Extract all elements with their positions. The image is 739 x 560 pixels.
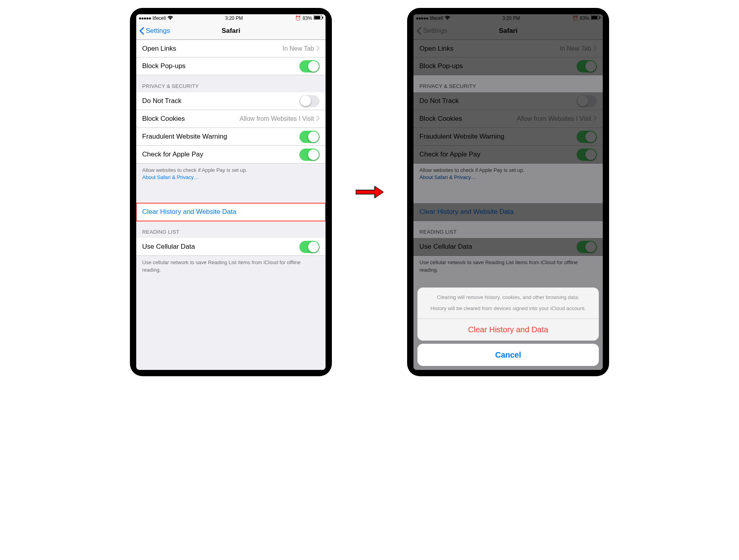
signal-dots-icon: ●●●●●	[416, 15, 428, 21]
reading-list-header: READING LIST	[413, 221, 603, 238]
do-not-track-label: Do Not Track	[142, 97, 299, 105]
settings-content[interactable]: Open Links In New Tab Block Pop-ups PRIV…	[136, 40, 326, 370]
back-button[interactable]: Settings	[136, 27, 170, 35]
cellular-row: Use Cellular Data	[413, 238, 603, 256]
sheet-main-group: Clearing will remove history, cookies, a…	[417, 288, 599, 341]
reading-list-header: READING LIST	[136, 221, 326, 238]
block-cookies-value: Allow from Websites I Visit	[188, 115, 314, 122]
clear-history-data-button[interactable]: Clear History and Data	[417, 318, 599, 341]
block-cookies-value: Allow from Websites I Visit	[465, 115, 591, 122]
cellular-toggle[interactable]	[299, 241, 320, 253]
cellular-toggle	[577, 241, 597, 253]
block-cookies-label: Block Cookies	[419, 115, 462, 123]
do-not-track-label: Do Not Track	[419, 97, 577, 105]
apple-pay-toggle[interactable]	[299, 149, 320, 161]
nav-bar: Settings Safari	[136, 22, 326, 40]
block-cookies-row: Block Cookies Allow from Websites I Visi…	[413, 110, 603, 128]
open-links-value: In New Tab	[282, 45, 314, 52]
clear-history-row[interactable]: Clear History and Website Data	[136, 203, 326, 221]
carrier-label: lifecell	[430, 15, 443, 21]
battery-label: 83%	[303, 15, 312, 21]
chevron-right-icon	[316, 45, 320, 53]
back-label: Settings	[146, 27, 170, 35]
back-label: Settings	[423, 27, 447, 35]
sheet-cancel-group: Cancel	[417, 344, 599, 366]
fraudulent-toggle[interactable]	[299, 131, 320, 143]
do-not-track-toggle[interactable]	[299, 95, 320, 107]
clear-history-label: Clear History and Website Data	[419, 208, 597, 216]
screen-left: ●●●●● lifecell 3:20 PM ⏰ 83% Settings Sa…	[136, 14, 326, 370]
fraudulent-toggle	[577, 131, 597, 143]
time-label: 3:20 PM	[225, 15, 243, 21]
privacy-header: PRIVACY & SECURITY	[413, 75, 603, 92]
status-bar: ●●●●● lifecell 3:20 PM ⏰ 83%	[413, 14, 603, 22]
chevron-right-icon	[316, 115, 320, 123]
clear-history-label: Clear History and Website Data	[142, 208, 320, 216]
wifi-icon	[168, 15, 173, 21]
block-popups-label: Block Pop-ups	[419, 62, 577, 70]
svg-rect-1	[314, 16, 320, 19]
open-links-label: Open Links	[419, 45, 560, 53]
privacy-header: PRIVACY & SECURITY	[136, 75, 326, 92]
cellular-footer: Use cellular network to save Reading Lis…	[413, 256, 603, 281]
carrier-label: lifecell	[152, 15, 166, 21]
cancel-button[interactable]: Cancel	[417, 344, 599, 366]
block-popups-toggle	[577, 60, 597, 72]
cellular-footer: Use cellular network to save Reading Lis…	[136, 256, 326, 281]
apple-pay-footer: Allow websites to check if Apple Pay is …	[413, 164, 603, 189]
battery-icon	[591, 15, 600, 21]
chevron-right-icon	[594, 115, 597, 123]
block-popups-label: Block Pop-ups	[142, 62, 299, 70]
clear-history-row: Clear History and Website Data	[413, 203, 603, 221]
cellular-label: Use Cellular Data	[419, 243, 577, 251]
chevron-left-icon	[417, 27, 421, 35]
open-links-value: In New Tab	[560, 45, 591, 52]
do-not-track-row[interactable]: Do Not Track	[136, 92, 326, 110]
phone-left: ●●●●● lifecell 3:20 PM ⏰ 83% Settings Sa…	[130, 8, 332, 376]
sheet-message-line1: Clearing will remove history, cookies, a…	[425, 294, 591, 301]
screen-right: ●●●●● lifecell 3:20 PM ⏰ 83% Settings Sa…	[413, 14, 603, 370]
block-cookies-label: Block Cookies	[142, 115, 185, 123]
sheet-message: Clearing will remove history, cookies, a…	[417, 288, 599, 318]
block-popups-row: Block Pop-ups	[413, 57, 603, 75]
alarm-icon: ⏰	[295, 15, 301, 21]
about-privacy-link[interactable]: About Safari & Privacy…	[142, 174, 199, 180]
chevron-right-icon	[594, 45, 597, 53]
chevron-left-icon	[139, 27, 144, 35]
block-popups-row[interactable]: Block Pop-ups	[136, 57, 326, 75]
time-label: 3:20 PM	[502, 15, 520, 21]
arrow-icon	[356, 184, 383, 200]
apple-pay-row: Check for Apple Pay	[413, 146, 603, 164]
svg-rect-2	[322, 17, 323, 19]
do-not-track-toggle	[577, 95, 597, 107]
fraudulent-label: Fraudulent Website Warning	[142, 133, 299, 141]
cellular-label: Use Cellular Data	[142, 243, 299, 251]
apple-pay-toggle	[577, 149, 597, 161]
apple-pay-label: Check for Apple Pay	[142, 150, 299, 158]
action-sheet: Clearing will remove history, cookies, a…	[417, 288, 599, 366]
status-bar: ●●●●● lifecell 3:20 PM ⏰ 83%	[136, 14, 326, 22]
block-cookies-row[interactable]: Block Cookies Allow from Websites I Visi…	[136, 110, 326, 128]
svg-rect-6	[600, 17, 600, 19]
block-popups-toggle[interactable]	[299, 60, 320, 72]
apple-pay-row[interactable]: Check for Apple Pay	[136, 146, 326, 164]
sheet-message-line2: History will be cleared from devices sig…	[425, 305, 591, 312]
apple-pay-label: Check for Apple Pay	[419, 150, 577, 158]
nav-bar: Settings Safari	[413, 22, 603, 40]
phone-right: ●●●●● lifecell 3:20 PM ⏰ 83% Settings Sa…	[407, 8, 609, 376]
do-not-track-row: Do Not Track	[413, 92, 603, 110]
back-button: Settings	[413, 27, 447, 35]
cellular-row[interactable]: Use Cellular Data	[136, 238, 326, 256]
open-links-label: Open Links	[142, 45, 282, 53]
fraudulent-row: Fraudulent Website Warning	[413, 128, 603, 146]
apple-pay-footer-text: Allow websites to check if Apple Pay is …	[419, 167, 524, 173]
about-privacy-link: About Safari & Privacy…	[419, 174, 476, 180]
wifi-icon	[445, 15, 450, 21]
open-links-row: Open Links In New Tab	[413, 40, 603, 57]
fraudulent-label: Fraudulent Website Warning	[419, 133, 577, 141]
open-links-row[interactable]: Open Links In New Tab	[136, 40, 326, 57]
fraudulent-row[interactable]: Fraudulent Website Warning	[136, 128, 326, 146]
apple-pay-footer-text: Allow websites to check if Apple Pay is …	[142, 167, 247, 173]
signal-dots-icon: ●●●●●	[139, 15, 151, 21]
battery-icon	[314, 15, 323, 21]
